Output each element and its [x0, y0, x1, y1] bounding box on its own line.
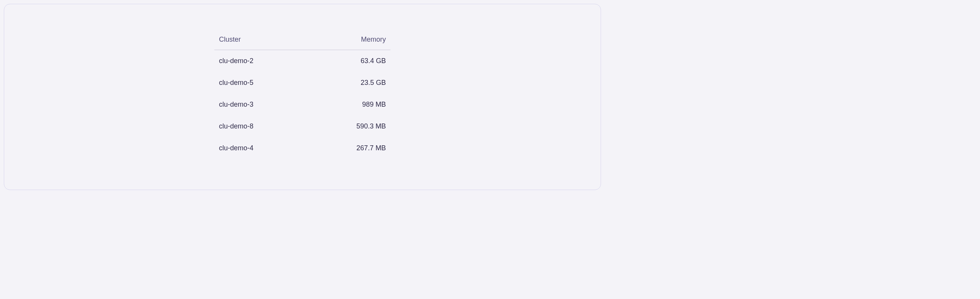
cell-cluster: clu-demo-3 — [214, 94, 308, 115]
column-header-memory: Memory — [308, 31, 390, 50]
table-body: clu-demo-2 63.4 GB clu-demo-5 23.5 GB cl… — [214, 50, 390, 159]
table-header-row: Cluster Memory — [214, 31, 390, 50]
table-row: clu-demo-8 590.3 MB — [214, 115, 390, 137]
card-panel: Cluster Memory clu-demo-2 63.4 GB clu-de… — [4, 4, 601, 190]
table-row: clu-demo-5 23.5 GB — [214, 72, 390, 94]
column-header-cluster: Cluster — [214, 31, 308, 50]
cell-memory: 63.4 GB — [308, 50, 390, 72]
cell-cluster: clu-demo-4 — [214, 137, 308, 159]
cell-cluster: clu-demo-2 — [214, 50, 308, 72]
cell-memory: 590.3 MB — [308, 115, 390, 137]
cell-memory: 989 MB — [308, 94, 390, 115]
cell-cluster: clu-demo-5 — [214, 72, 308, 94]
table-row: clu-demo-4 267.7 MB — [214, 137, 390, 159]
table-row: clu-demo-2 63.4 GB — [214, 50, 390, 72]
table-header: Cluster Memory — [214, 31, 390, 50]
cell-memory: 267.7 MB — [308, 137, 390, 159]
cell-cluster: clu-demo-8 — [214, 115, 308, 137]
cell-memory: 23.5 GB — [308, 72, 390, 94]
cluster-memory-table: Cluster Memory clu-demo-2 63.4 GB clu-de… — [214, 31, 390, 159]
table-row: clu-demo-3 989 MB — [214, 94, 390, 115]
